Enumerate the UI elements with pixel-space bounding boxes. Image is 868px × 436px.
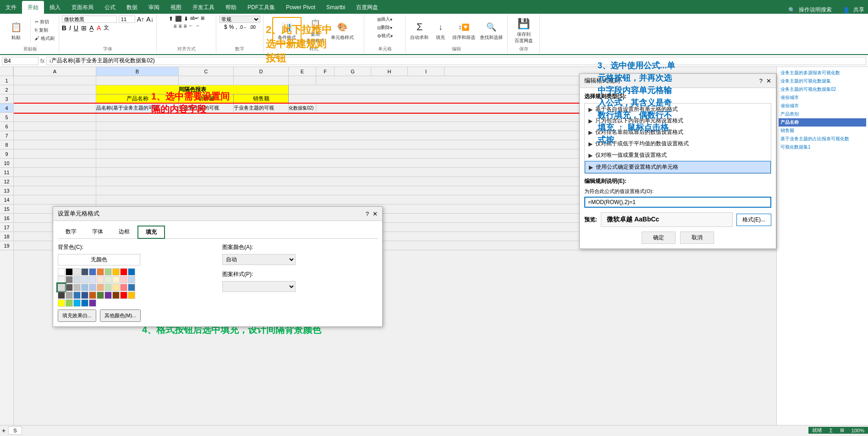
color-17[interactable] bbox=[120, 276, 127, 283]
right-panel-item-selected[interactable]: 产品名称 bbox=[779, 118, 866, 127]
currency-btn[interactable]: $ bbox=[224, 24, 227, 30]
color-40[interactable] bbox=[73, 299, 81, 307]
format-tab-fill[interactable]: 填充 bbox=[137, 226, 165, 239]
percent-btn[interactable]: % bbox=[229, 24, 234, 30]
tab-review[interactable]: 审阅 bbox=[143, 1, 165, 14]
cell-A9[interactable] bbox=[14, 149, 96, 159]
format-tab-border[interactable]: 边框 bbox=[111, 226, 137, 239]
col-header-B[interactable]: B bbox=[96, 67, 179, 76]
color-black[interactable] bbox=[66, 268, 73, 276]
color-31[interactable] bbox=[81, 292, 88, 299]
italic-button[interactable]: I bbox=[69, 24, 71, 32]
right-panel-item-8[interactable]: 基于业务主题的占比报表可视化数 bbox=[779, 135, 866, 143]
rule-item-4[interactable]: ▶ 仅对高于或低于平均值的数值设置格式 bbox=[585, 138, 771, 149]
cond-ok-button[interactable]: 确定 bbox=[642, 232, 676, 244]
merge-btn[interactable]: ⊞ bbox=[201, 16, 204, 22]
color-41[interactable] bbox=[81, 299, 88, 307]
dec-more-btn[interactable]: .00 bbox=[249, 25, 256, 30]
cell-A8[interactable] bbox=[14, 140, 96, 149]
format-painter-button[interactable]: 🖌 格式刷 bbox=[33, 35, 56, 42]
cell-C4[interactable]: 于业务主题的可视 bbox=[179, 104, 234, 113]
cond-format-button[interactable]: 📊 条件格式 bbox=[274, 19, 300, 42]
right-panel-item-2[interactable]: 业务主题的可视化数据集 bbox=[779, 77, 866, 85]
wrap-text-btn[interactable]: ab↵ bbox=[190, 16, 199, 22]
col-header-D[interactable]: D bbox=[234, 67, 289, 76]
align-right-btn[interactable]: ≡ bbox=[183, 23, 187, 29]
rule-item-2[interactable]: ▶ 只为包含以下内容的单元格设置格式 bbox=[585, 115, 771, 127]
color-1[interactable] bbox=[73, 268, 81, 276]
increase-font-btn[interactable]: A↑ bbox=[137, 16, 144, 23]
underline-button[interactable]: U bbox=[74, 24, 78, 32]
cell-C3[interactable]: 销售量 bbox=[179, 94, 234, 104]
color-37[interactable] bbox=[128, 292, 135, 299]
pattern-color-select[interactable]: 自动 bbox=[222, 254, 296, 265]
color-7[interactable] bbox=[120, 268, 127, 276]
format-e-button[interactable]: 格式(E)... bbox=[736, 214, 771, 226]
fill-effects-btn[interactable]: 填充效果(I)... bbox=[58, 309, 96, 322]
color-15[interactable] bbox=[104, 276, 112, 283]
rule-item-6[interactable]: ▶ 使用公式确定要设置格式的单元格 bbox=[585, 161, 771, 173]
right-panel-item-3[interactable]: 业务主题的可视化数据集02 bbox=[779, 85, 866, 94]
col-header-E[interactable]: E bbox=[289, 67, 316, 76]
cell-A1[interactable] bbox=[14, 76, 96, 85]
cell-B3[interactable]: 产品名称 bbox=[96, 94, 179, 104]
bold-button[interactable]: B bbox=[62, 24, 66, 32]
save-baidu-button[interactable]: 💾 保存到百度网盘 bbox=[513, 16, 535, 45]
tab-insert[interactable]: 插入 bbox=[44, 1, 66, 14]
cell-A13[interactable] bbox=[14, 186, 96, 195]
color-2[interactable] bbox=[81, 268, 88, 276]
color-42[interactable] bbox=[89, 299, 96, 307]
tab-powerpivot[interactable]: Power Pivot bbox=[280, 1, 321, 14]
font-name-input[interactable] bbox=[62, 16, 117, 23]
no-color-btn[interactable]: 无颜色 bbox=[58, 254, 140, 265]
cond-dialog-close[interactable]: ✕ bbox=[766, 77, 771, 84]
comma-btn[interactable]: , bbox=[236, 24, 237, 30]
sort-filter-button[interactable]: ↕🔽 排序和筛选 bbox=[450, 19, 477, 42]
copy-button[interactable]: ⎘ 复制 bbox=[33, 27, 56, 34]
color-white[interactable] bbox=[58, 268, 65, 276]
fill-button[interactable]: ↓ 填充 bbox=[431, 19, 450, 42]
tab-home[interactable]: 开始 bbox=[22, 1, 44, 14]
font-size-input[interactable] bbox=[119, 16, 135, 23]
tab-layout[interactable]: 页面布局 bbox=[66, 1, 99, 14]
color-30[interactable] bbox=[73, 292, 81, 299]
number-format-select[interactable]: 常规 数字 货币 bbox=[219, 16, 260, 23]
color-20[interactable] bbox=[73, 284, 81, 291]
right-panel-item-9[interactable]: 可视化数据集1 bbox=[779, 143, 866, 151]
align-top-btn[interactable]: ⬆ bbox=[169, 16, 173, 22]
col-header-I[interactable]: I bbox=[408, 67, 445, 76]
cond-formula-input[interactable] bbox=[584, 197, 771, 208]
cell-A3[interactable] bbox=[14, 94, 96, 104]
more-colors-btn[interactable]: 其他颜色(M)... bbox=[100, 309, 141, 322]
color-28[interactable] bbox=[58, 292, 65, 299]
color-9[interactable] bbox=[58, 276, 65, 283]
cell-B4[interactable]: 品名称(基于业务主题的可视 bbox=[96, 104, 179, 113]
cell-A12[interactable] bbox=[14, 177, 96, 186]
color-29[interactable] bbox=[66, 292, 73, 299]
pattern-style-select[interactable] bbox=[222, 281, 296, 292]
cell-A5[interactable] bbox=[14, 113, 96, 122]
table-format-button[interactable]: 📋 套用表格格式 bbox=[302, 16, 328, 45]
col-header-F[interactable]: F bbox=[316, 67, 335, 76]
format-dialog-help[interactable]: ? bbox=[366, 210, 369, 217]
cell-A14[interactable] bbox=[14, 195, 96, 204]
insert-button[interactable]: ⊞ 插入 ▾ bbox=[376, 16, 394, 23]
tab-baidu[interactable]: 百度网盘 bbox=[351, 1, 384, 14]
color-5[interactable] bbox=[104, 268, 112, 276]
fill-color-button[interactable]: A̲ bbox=[89, 24, 94, 32]
format-tab-number[interactable]: 数字 bbox=[58, 226, 84, 239]
color-38[interactable] bbox=[58, 299, 65, 307]
col-header-A[interactable]: A bbox=[14, 67, 96, 76]
color-19[interactable] bbox=[66, 284, 73, 291]
color-21[interactable] bbox=[81, 284, 88, 291]
dec-less-btn[interactable]: .0← bbox=[239, 25, 247, 30]
color-34[interactable] bbox=[104, 292, 112, 299]
align-center-btn[interactable]: ≡ bbox=[178, 23, 181, 29]
cell-A6[interactable] bbox=[14, 122, 96, 131]
cell-style-button[interactable]: 🎨 单元格样式 bbox=[329, 19, 356, 42]
col-header-G[interactable]: G bbox=[335, 67, 371, 76]
color-selected[interactable] bbox=[58, 284, 65, 291]
cond-dialog-help[interactable]: ? bbox=[759, 77, 763, 84]
color-3[interactable] bbox=[89, 268, 96, 276]
color-25[interactable] bbox=[112, 284, 120, 291]
